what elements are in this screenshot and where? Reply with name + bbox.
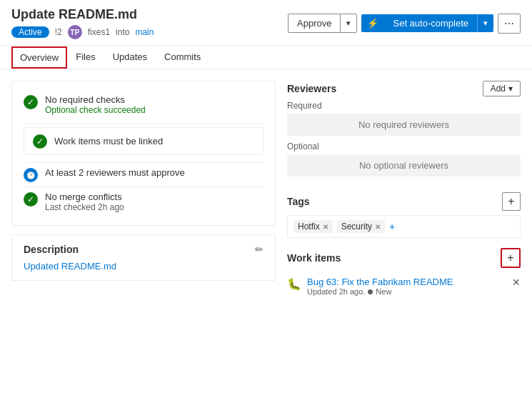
- check-blue-icon: 🕐: [24, 168, 38, 182]
- header-right: Approve ▾ ⚡ Set auto-complete ▾ ⋯: [288, 14, 521, 34]
- work-item-title[interactable]: Bug 63: Fix the Fabrikam README: [307, 277, 453, 287]
- description-content: Updated README.md: [24, 261, 264, 272]
- page-title: Update README.md: [11, 7, 154, 22]
- check-text-merge: No merge conflicts Last checked 2h ago: [45, 191, 124, 212]
- tags-section: Tags + Hotfix ✕ Security ✕ +: [287, 192, 521, 238]
- check-text-no-required: No required checks Optional check succee…: [45, 94, 146, 115]
- description-card: Description ✏ Updated README.md: [11, 234, 276, 281]
- optional-reviewers: Optional No optional reviewers: [287, 141, 521, 176]
- add-reviewer-label: Add: [491, 84, 506, 94]
- avatar: TP: [68, 25, 82, 39]
- branch-target[interactable]: main: [135, 27, 154, 37]
- tags-row: Hotfix ✕ Security ✕ +: [287, 215, 521, 238]
- check-title-4: No merge conflicts: [45, 191, 124, 202]
- work-item-info: Bug 63: Fix the Fabrikam README Updated …: [307, 277, 453, 296]
- work-items-title: Work items: [287, 252, 341, 264]
- header-left: Update README.md Active !2 TP fixes1 int…: [11, 7, 154, 39]
- add-reviewer-caret-icon: ▾: [508, 84, 513, 94]
- tags-header: Tags +: [287, 192, 521, 211]
- check-sub-4: Last checked 2h ago: [45, 202, 124, 212]
- tag-security-close-icon[interactable]: ✕: [375, 223, 381, 231]
- approve-button[interactable]: Approve ▾: [288, 14, 357, 33]
- header: Update README.md Active !2 TP fixes1 int…: [0, 0, 532, 46]
- description-title: Description: [24, 244, 79, 255]
- branch-into: into: [116, 27, 129, 37]
- check-green-icon-2: ✓: [33, 134, 47, 149]
- work-item-status-dot: [368, 289, 373, 294]
- check-work-items: ✓ Work items must be linked: [24, 124, 264, 158]
- reviewers-header: Reviewers Add ▾: [287, 81, 521, 96]
- work-item-bug-icon: 🐛: [287, 277, 301, 291]
- tag-security-label: Security: [341, 222, 372, 232]
- work-item-status: New: [376, 287, 391, 296]
- tag-hotfix-close-icon[interactable]: ✕: [323, 223, 328, 231]
- add-tag-button[interactable]: +: [502, 192, 521, 211]
- tab-commits[interactable]: Commits: [156, 46, 209, 69]
- edit-icon[interactable]: ✏: [255, 244, 264, 255]
- tab-overview[interactable]: Overview: [11, 46, 67, 69]
- left-panel: ✓ No required checks Optional check succ…: [11, 81, 276, 382]
- work-item-meta: Updated 2h ago. New: [307, 287, 453, 296]
- main-content: ✓ No required checks Optional check succ…: [0, 69, 532, 394]
- commit-count: !2: [55, 27, 62, 37]
- tag-hotfix: Hotfix ✕: [293, 220, 333, 233]
- check-green-icon-3: ✓: [24, 192, 38, 207]
- description-header: Description ✏: [24, 244, 264, 255]
- header-meta: Active !2 TP fixes1 into main: [11, 25, 154, 39]
- required-label: Required: [287, 101, 521, 111]
- work-items-section: Work items + 🐛 Bug 63: Fix the Fabrikam …: [287, 248, 521, 300]
- reviewers-section: Reviewers Add ▾ Required No required rev…: [287, 81, 521, 182]
- work-item-close-icon[interactable]: ✕: [512, 277, 521, 288]
- checks-card: ✓ No required checks Optional check succ…: [11, 81, 276, 226]
- tab-updates[interactable]: Updates: [104, 46, 156, 69]
- tab-bar: Overview Files Updates Commits: [0, 46, 532, 69]
- check-merge: ✓ No merge conflicts Last checked 2h ago: [24, 186, 264, 217]
- add-reviewer-button[interactable]: Add ▾: [483, 81, 521, 96]
- tag-security: Security ✕: [337, 220, 385, 233]
- check-sub-1: Optional check succeeded: [45, 105, 146, 115]
- check-title-3: At least 2 reviewers must approve: [45, 167, 185, 178]
- required-reviewers: Required No required reviewers: [287, 101, 521, 136]
- autocomplete-caret-icon[interactable]: ▾: [478, 15, 493, 31]
- add-work-item-button[interactable]: +: [501, 248, 521, 268]
- check-text-reviewers: At least 2 reviewers must approve: [45, 167, 185, 178]
- work-item-row: 🐛 Bug 63: Fix the Fabrikam README Update…: [287, 272, 521, 300]
- right-panel: Reviewers Add ▾ Required No required rev…: [287, 81, 521, 382]
- work-item-left: 🐛 Bug 63: Fix the Fabrikam README Update…: [287, 277, 453, 296]
- tag-hotfix-label: Hotfix: [298, 222, 320, 232]
- autocomplete-button[interactable]: ⚡ Set auto-complete ▾: [361, 14, 493, 32]
- tab-files[interactable]: Files: [67, 46, 104, 69]
- approve-caret-icon[interactable]: ▾: [341, 15, 356, 31]
- autocomplete-label: Set auto-complete: [384, 14, 478, 32]
- check-work-items-box: ✓ Work items must be linked: [24, 127, 264, 155]
- optional-label: Optional: [287, 141, 521, 151]
- add-tag-inline-button[interactable]: +: [389, 221, 395, 232]
- check-green-icon: ✓: [24, 95, 38, 109]
- check-reviewers: 🕐 At least 2 reviewers must approve: [24, 162, 264, 186]
- check-title-1: No required checks: [45, 94, 146, 105]
- tags-title: Tags: [287, 196, 310, 207]
- work-item-updated: Updated 2h ago.: [307, 287, 365, 296]
- approve-label: Approve: [288, 14, 341, 32]
- branch-from: fixes1: [88, 27, 110, 37]
- reviewers-title: Reviewers: [287, 83, 336, 94]
- check-no-required: ✓ No required checks Optional check succ…: [24, 90, 264, 119]
- more-button[interactable]: ⋯: [498, 14, 521, 34]
- autocomplete-icon: ⚡: [361, 14, 384, 32]
- required-empty: No required reviewers: [287, 114, 521, 136]
- status-badge: Active: [11, 26, 49, 38]
- optional-empty: No optional reviewers: [287, 154, 521, 176]
- check-title-2: Work items must be linked: [54, 136, 163, 146]
- work-items-header: Work items +: [287, 248, 521, 268]
